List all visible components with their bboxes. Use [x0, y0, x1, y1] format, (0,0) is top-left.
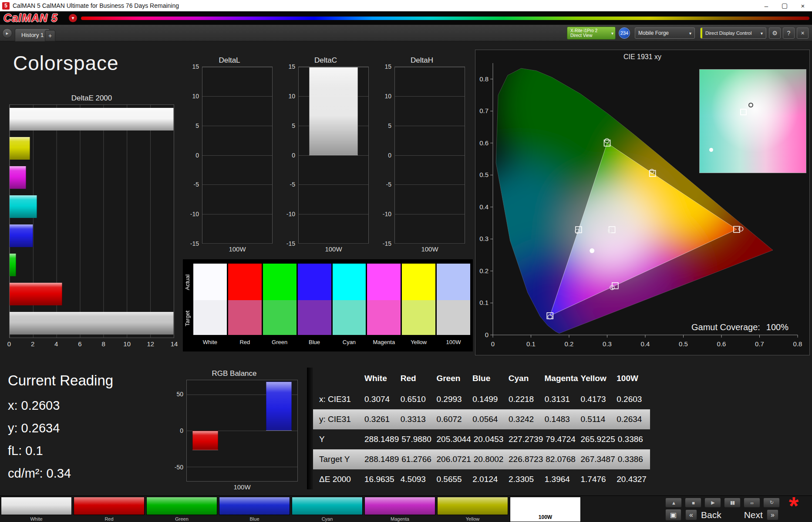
transport-link-button[interactable]: ∞	[744, 498, 760, 508]
deltae-tick-2: 2	[31, 340, 34, 348]
patch-red[interactable]: Red	[74, 497, 145, 522]
swatch-white: White	[193, 264, 227, 345]
svg-text:0.2: 0.2	[565, 340, 574, 348]
stop-icon: ■	[692, 500, 694, 505]
minimize-button[interactable]: –	[757, 0, 775, 11]
table-col-red: Red	[398, 374, 434, 383]
display-control-dropdown[interactable]: Direct Display Control ▾	[700, 27, 766, 39]
patch-color	[74, 497, 145, 515]
transport-eject-button[interactable]: ▲	[665, 498, 682, 508]
display-mode-button[interactable]: ▣	[665, 509, 681, 521]
table-col-white: White	[362, 374, 398, 383]
swatch-label: White	[193, 339, 227, 345]
current-reading-cdm2: cd/m²: 0.34	[8, 462, 113, 485]
deltae-tick-10: 10	[123, 340, 131, 348]
patch-magenta[interactable]: Magenta	[364, 497, 435, 522]
deltal-plot	[202, 67, 273, 244]
y-tick-5: 5	[195, 122, 199, 129]
back-step-button[interactable]: «	[685, 509, 697, 520]
patch-white[interactable]: White	[1, 497, 72, 522]
transport-play-button[interactable]: ▶	[704, 498, 721, 508]
patch-cyan[interactable]: Cyan	[292, 497, 363, 522]
svg-text:0.6: 0.6	[479, 139, 489, 147]
table-col-magenta: Magenta	[542, 374, 578, 383]
patch-blue[interactable]: Blue	[219, 497, 290, 522]
deltal-x-label: 100W	[186, 244, 273, 255]
transport-stop-button[interactable]: ■	[685, 498, 701, 508]
swatch-actual	[298, 264, 331, 300]
swatch-target	[193, 300, 227, 335]
calman-logo: CalMAN 5	[3, 12, 58, 24]
deltal-chart: DeltaL 151050-5-10-15 100W	[186, 56, 273, 255]
patch-color	[292, 497, 363, 515]
svg-text:0.6: 0.6	[717, 340, 726, 348]
patch-color	[437, 497, 508, 515]
play-icon: ▶	[711, 500, 714, 505]
transport-refresh-button[interactable]: ↻	[763, 498, 780, 508]
swatch-100w: 100W	[437, 264, 470, 345]
table-col-cyan: Cyan	[506, 374, 542, 383]
close-workflow-button[interactable]: ×	[797, 27, 809, 39]
deltae-tick-14: 14	[171, 340, 178, 348]
meter-count-badge[interactable]: 234	[619, 27, 630, 39]
swatch-columns: WhiteRedGreenBlueCyanMagentaYellow100W	[193, 264, 470, 345]
patch-green[interactable]: Green	[146, 497, 217, 522]
transport-pause-button[interactable]: ▮▮	[724, 498, 741, 508]
patch-label: Magenta	[364, 516, 435, 522]
y-tick--15: -15	[383, 240, 391, 247]
y-tick-0: 0	[292, 152, 295, 159]
help-button[interactable]: ?	[783, 27, 795, 39]
back-button[interactable]: Back	[701, 510, 721, 520]
deltah-y-axis: 151050-5-10-15	[379, 67, 394, 244]
pause-icon: ▮▮	[730, 500, 735, 505]
y-tick--10: -10	[286, 211, 295, 218]
swatch-label: Red	[228, 339, 262, 345]
gamut-coverage-label: Gamut Coverage:	[691, 322, 760, 332]
pattern-source-dropdown[interactable]: Mobile Forge ▾	[635, 27, 695, 39]
tab-bar: ▸ History 1 + X-Rite i1Pro 2 Direct View…	[0, 25, 812, 41]
maximize-button[interactable]: ▢	[775, 0, 794, 11]
deltae-tick-8: 8	[101, 340, 105, 348]
next-button[interactable]: Next	[744, 510, 763, 520]
table-header-row: WhiteRedGreenBlueCyanMagentaYellow100W	[313, 368, 650, 389]
settings-button[interactable]: ⚙	[769, 27, 781, 39]
deltah-title: DeltaH	[379, 56, 465, 67]
inset-measured-marker	[748, 103, 753, 107]
inset-target-marker	[740, 109, 747, 115]
swatch-actual	[333, 264, 366, 300]
swatch-actual	[367, 264, 401, 300]
alert-asterisk-icon[interactable]: *	[789, 493, 799, 519]
y-tick-5: 5	[388, 122, 391, 129]
chevron-down-icon: ▾	[689, 31, 691, 36]
svg-text:0.7: 0.7	[479, 107, 489, 114]
gamut-coverage-value: 100%	[766, 322, 788, 332]
table-row: y: CIE310.32610.33130.60720.05640.32420.…	[313, 409, 650, 429]
deltae-tick-12: 12	[147, 340, 155, 348]
deltal-y-axis: 151050-5-10-15	[186, 67, 202, 244]
tab-nav-button[interactable]: ▸	[2, 28, 12, 38]
deltac-chart: DeltaC 151050-5-10-15 100W	[283, 56, 369, 255]
svg-text:0.7: 0.7	[755, 340, 764, 348]
deltah-chart: DeltaH 151050-5-10-15 100W	[379, 56, 465, 255]
deltae-bar-white	[10, 105, 174, 134]
app-icon: 5	[2, 2, 10, 10]
deltae-bar-cyan	[10, 192, 174, 221]
next-step-button[interactable]: »	[767, 509, 778, 520]
rainbow-strip	[81, 17, 809, 20]
add-tab-button[interactable]: +	[45, 30, 55, 41]
patch-100w[interactable]: 100W	[510, 497, 581, 522]
swatch-target	[228, 300, 262, 335]
logo-dropdown-button[interactable]: ▾	[69, 14, 77, 22]
patch-yellow[interactable]: Yellow	[437, 497, 508, 522]
bar-red	[192, 431, 218, 450]
svg-text:0.1: 0.1	[526, 340, 536, 348]
swatch-target	[298, 300, 331, 335]
table-col-yellow: Yellow	[578, 374, 614, 383]
table-col-100w: 100W	[614, 374, 650, 383]
swatch-green: Green	[263, 264, 296, 345]
svg-text:0.3: 0.3	[603, 340, 612, 348]
swatch-label: Magenta	[367, 339, 401, 345]
meter-select-button[interactable]: X-Rite i1Pro 2 Direct View ▾	[567, 27, 616, 40]
deltac-y-axis: 151050-5-10-15	[283, 67, 298, 244]
close-button[interactable]: ×	[794, 0, 812, 11]
